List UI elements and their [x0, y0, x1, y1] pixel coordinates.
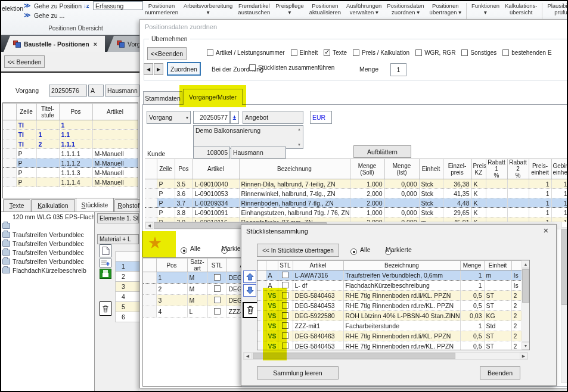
scroll-up-icon[interactable]: ▲	[522, 260, 530, 268]
ribbon-button[interactable]: Positionen aktualisieren	[308, 2, 343, 15]
beschreibung-textarea[interactable]: Demo Balkonsanierung ▲ ▼	[193, 125, 303, 149]
tab-stueckliste[interactable]: Stückliste	[76, 198, 114, 211]
scroll-down-icon[interactable]: ▼	[522, 342, 530, 350]
column-header[interactable]: Rabatt 1 %	[486, 159, 507, 179]
element-row[interactable]: 3	[115, 282, 140, 292]
tab-stammdaten[interactable]: Stammdaten	[143, 91, 182, 104]
takeover-option[interactable]: Artikel / Leistungsnummer	[207, 49, 285, 56]
ribbon-button[interactable]: Arbeitsvorbereitung ▾	[182, 2, 234, 15]
scrollbar-thumb[interactable]	[253, 353, 455, 359]
tree-item[interactable]	[1, 222, 94, 230]
column-header[interactable]: Arti	[226, 259, 242, 272]
ribbon-button[interactable]: Plausibilitäts- prüfung	[545, 2, 568, 15]
beenden-button[interactable]: << Beenden	[4, 55, 45, 68]
delete-icon[interactable]	[243, 302, 258, 318]
tab-texte[interactable]: Texte	[3, 199, 30, 211]
table-row[interactable]: 4 L ZZZ-mit1	[143, 306, 242, 318]
tab-vorgaenge-muster[interactable]: Vorgänge/Muster	[183, 89, 243, 105]
stl-checkbox[interactable]	[282, 272, 288, 278]
tab-baustelle-positionen[interactable]: Baustelle - Positionen ×	[4, 36, 105, 52]
table-row[interactable]: P 3.8 L-09010091 Einhangstutzen, halbrun…	[145, 208, 568, 217]
column-header[interactable]: Zeile	[16, 104, 36, 120]
tree-item[interactable]: FlachdachKürzelbeschreib	[1, 266, 94, 275]
close-icon[interactable]: ×	[539, 225, 553, 236]
filter-alle-radio[interactable]	[350, 248, 357, 255]
delete-icon[interactable]	[100, 301, 111, 316]
column-header[interactable]: Einheit	[419, 159, 443, 179]
stl-checkbox[interactable]	[282, 343, 288, 349]
scroll-up-icon[interactable]: ▲	[297, 127, 301, 131]
sort-icon[interactable]: ↓z	[83, 2, 89, 9]
table-row[interactable]: P 3.7 L-00209334 Rinnenboden, halbrund 7…	[145, 198, 568, 208]
table-row[interactable]: P 1.1.1.4 M-Manuell	[3, 178, 138, 187]
table-row[interactable]: VS DEG-5922580 RÖH Lötzinn 40% L-PBSN-40…	[257, 311, 529, 321]
column-header[interactable]: Menge (Ist)	[384, 159, 419, 179]
tab-kalkulation[interactable]: Kalkulation	[31, 199, 75, 211]
takeover-option[interactable]: Einheit	[291, 49, 318, 56]
element-row[interactable]: 1	[115, 262, 140, 272]
column-header[interactable]: Pos	[175, 159, 193, 179]
kunde-number-field[interactable]: 108005	[193, 147, 230, 158]
column-header[interactable]	[257, 261, 266, 270]
stl-checkbox[interactable]	[282, 292, 288, 298]
vorgang-number-field[interactable]: 20250576	[49, 85, 87, 97]
scrollbar-thumb[interactable]	[522, 269, 529, 303]
column-header[interactable]: Preis- einheit	[529, 159, 551, 179]
gehe-zu-position-button[interactable]: Gehe zu Position	[34, 2, 82, 10]
column-header[interactable]: Preis KZ	[471, 159, 486, 179]
column-header[interactable]: STL	[278, 261, 293, 270]
element-row[interactable]: 4	[115, 292, 140, 302]
column-header[interactable]: Bezeichnung	[343, 261, 460, 270]
material-lohn-button[interactable]: Material + L	[97, 234, 139, 244]
stl-checkbox[interactable]	[282, 282, 288, 288]
column-header[interactable]: Satz- art	[187, 259, 207, 272]
prev-position-button[interactable]: ◀	[144, 63, 153, 75]
table-row[interactable]: VS DEG-5840463 RHE 7tlg Rinnenboden rd.l…	[257, 331, 529, 341]
table-row[interactable]: 1 M DEG-584	[143, 272, 242, 284]
column-header[interactable]	[143, 259, 156, 272]
table-row[interactable]: 3 M DEG-592	[143, 295, 242, 306]
stl-checkbox[interactable]	[282, 322, 288, 329]
column-header[interactable]: Zeile	[157, 159, 175, 179]
vorgang-number-field[interactable]: 20250577	[193, 111, 230, 124]
scroll-left-icon[interactable]: ◀	[145, 222, 153, 229]
table-row[interactable]: A L-AWA7316 Traufstreifen Verbundblech, …	[257, 270, 529, 281]
table-row[interactable]: TI 2 1.1.1	[3, 139, 138, 149]
move-up-button[interactable]	[243, 270, 256, 283]
column-header[interactable]	[266, 261, 278, 270]
column-header[interactable]: Artikel	[193, 159, 239, 179]
aufblaettern-button[interactable]: Aufblättern	[353, 145, 411, 158]
erfassung-combobox[interactable]: Erfassung	[93, 1, 143, 10]
column-header[interactable]: Artikel	[293, 261, 343, 270]
table-row[interactable]: TI 1 1.1	[3, 130, 138, 139]
takeover-option[interactable]: WGR, RGR	[415, 49, 455, 56]
new-page-icon[interactable]	[100, 244, 111, 257]
scroll-down-icon[interactable]: ▼	[297, 143, 301, 147]
column-header[interactable]	[3, 104, 16, 120]
column-header[interactable]: Pos	[156, 259, 187, 272]
save-icon[interactable]	[100, 269, 111, 279]
stl-checkbox[interactable]	[282, 332, 288, 339]
scroll-right-icon[interactable]: ▶	[520, 353, 527, 359]
column-header[interactable]: Pos	[59, 104, 92, 120]
table-row[interactable]: P 1.1.1.1 M-Manuell	[3, 149, 138, 158]
checkbox[interactable]	[207, 49, 213, 56]
ribbon-button[interactable]: Preispflege ▾	[274, 2, 306, 15]
takeover-option[interactable]: bestehenden E	[502, 49, 551, 56]
vorgang-art-field[interactable]: Angebot	[243, 111, 303, 124]
tree-item[interactable]: Traufstreifen Verbundblec	[1, 231, 94, 239]
column-header[interactable]: Menge	[460, 261, 484, 270]
table-row[interactable]: P 1.1.1.2 M-Manuell	[3, 158, 138, 168]
elemente-header[interactable]: Elemente 1. St	[97, 213, 139, 223]
tree-item[interactable]: Traufstreifen Verbundblec	[1, 257, 94, 266]
scrollbar-thumb[interactable]	[561, 229, 568, 305]
insert-rows-icon[interactable]	[100, 259, 111, 267]
stl-checkbox[interactable]	[214, 297, 221, 303]
filter-alle-radio[interactable]	[181, 247, 187, 254]
ribbon-button[interactable]: Positionen nummerieren	[143, 2, 180, 15]
vorgang-kz-field[interactable]: A	[88, 85, 104, 97]
gehe-zu-button[interactable]: Gehe zu ...	[34, 12, 64, 19]
table-row[interactable]: P 1.1.1.3 M-Manuell	[3, 168, 138, 178]
checkbox[interactable]	[324, 49, 330, 56]
checkbox[interactable]	[415, 49, 422, 56]
